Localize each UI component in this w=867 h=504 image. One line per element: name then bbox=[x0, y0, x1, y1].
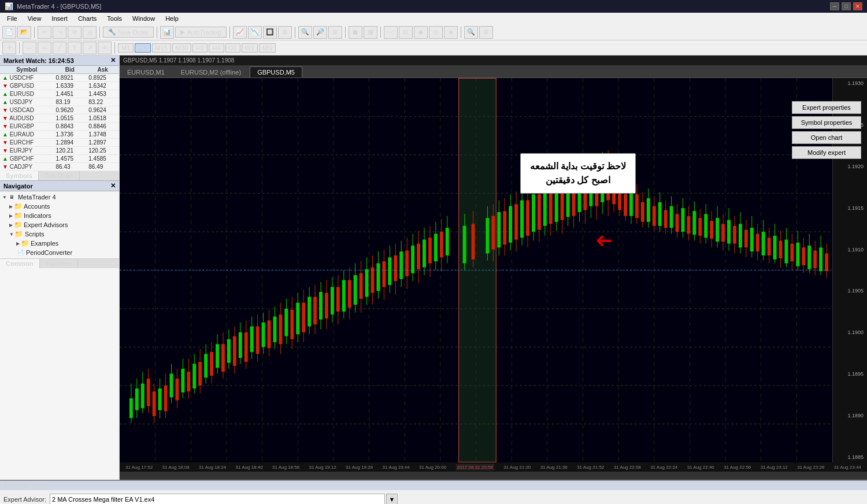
tb-indicator[interactable]: 〰 bbox=[384, 26, 398, 39]
chart-scrollbar[interactable] bbox=[120, 472, 867, 480]
tb-search[interactable]: 🔍 bbox=[464, 26, 478, 39]
ea-selector-container: ▼ bbox=[50, 494, 864, 504]
tb-misc2[interactable]: ◎ bbox=[429, 26, 443, 39]
svg-rect-152 bbox=[497, 212, 501, 247]
tf-h4[interactable]: H4 bbox=[209, 43, 224, 53]
ea-input[interactable] bbox=[50, 494, 385, 504]
nav-scripts[interactable]: ▼ 📁 Scripts bbox=[0, 229, 119, 239]
ea-label: Expert Advisor: bbox=[3, 496, 46, 503]
nav-metatrader4[interactable]: ▼ 🖥 MetaTrader 4 bbox=[0, 192, 119, 202]
nav-period-converter[interactable]: 📄 PeriodConverter bbox=[0, 248, 119, 257]
maximize-button[interactable]: □ bbox=[842, 2, 851, 10]
tb-hline[interactable]: ═ bbox=[38, 42, 51, 54]
tf-m15[interactable]: M15 bbox=[152, 43, 171, 53]
tf-h1[interactable]: H1 bbox=[192, 43, 208, 53]
mw-symbol: ▼ CADJPY bbox=[0, 163, 54, 171]
tb-zoom-in[interactable]: 🔍 bbox=[298, 26, 312, 39]
tb-print[interactable]: 🖨 bbox=[83, 26, 97, 39]
tf-w1[interactable]: W1 bbox=[242, 43, 258, 53]
svg-rect-100 bbox=[325, 293, 328, 318]
market-watch-row[interactable]: ▲ EURUSD 1.4451 1.4453 bbox=[0, 90, 119, 98]
tf-d1[interactable]: D1 bbox=[225, 43, 240, 53]
chart-tab-eurusd-m1[interactable]: EURUSD,M1 bbox=[120, 66, 172, 77]
tab-favorites[interactable]: Favorites bbox=[40, 259, 78, 268]
menu-help[interactable]: Help bbox=[161, 14, 183, 23]
tb-bar[interactable]: ▦ bbox=[364, 26, 377, 39]
mw-ask: 86.49 bbox=[86, 163, 119, 171]
left-panel: Market Watch: 16:24:53 ✕ Symbol Bid Ask … bbox=[0, 55, 120, 480]
y-axis-value: 1.1905 bbox=[834, 288, 866, 294]
navigator-close-icon[interactable]: ✕ bbox=[110, 182, 116, 190]
market-watch-row[interactable]: ▼ EURCHF 1.2894 1.2897 bbox=[0, 139, 119, 147]
tb-fib[interactable]: ≋ bbox=[98, 42, 112, 54]
market-watch-row[interactable]: ▲ USDCHF 0.8921 0.8925 bbox=[0, 74, 119, 82]
market-watch-row[interactable]: ▼ GBPUSD 1.6339 1.6342 bbox=[0, 82, 119, 90]
chart-canvas[interactable]: لاحظ توقيت بداية الشمعه اصبح كل دقيقتين … bbox=[120, 78, 832, 462]
tb-v4[interactable]: ⊞ bbox=[278, 26, 292, 39]
tf-mn[interactable]: MN bbox=[259, 43, 276, 53]
market-watch-row[interactable]: ▼ EURJPY 120.21 120.25 bbox=[0, 147, 119, 155]
tab-symbols[interactable]: Symbols bbox=[0, 171, 39, 180]
tb-arrow2[interactable]: ↪ bbox=[53, 26, 66, 39]
minimize-button[interactable]: ─ bbox=[830, 2, 839, 10]
tb-period-sep[interactable]: ⊟ bbox=[399, 26, 413, 39]
tb-v2[interactable]: 📉 bbox=[248, 26, 262, 39]
nav-expert-advisors[interactable]: ▶ 📁 Expert Advisors bbox=[0, 220, 119, 229]
tf-m1[interactable]: M1 bbox=[118, 43, 134, 53]
svg-rect-36 bbox=[141, 384, 144, 409]
tb-open[interactable]: 📂 bbox=[17, 26, 31, 39]
tb-chart1[interactable]: 📊 bbox=[160, 26, 174, 39]
menu-file[interactable]: File bbox=[2, 14, 22, 23]
y-axis-value: 1.1930 bbox=[834, 80, 866, 86]
tb-new[interactable]: 📄 bbox=[2, 26, 16, 39]
tb-misc[interactable]: ◉ bbox=[414, 26, 428, 39]
svg-rect-76 bbox=[256, 327, 260, 354]
tb-misc3[interactable]: ◈ bbox=[444, 26, 458, 39]
tb-candle[interactable]: ◼ bbox=[349, 26, 362, 39]
svg-rect-240 bbox=[750, 228, 754, 251]
tab-common[interactable]: Common bbox=[0, 259, 40, 268]
svg-rect-142 bbox=[446, 228, 449, 255]
mw-symbol: ▲ USDCHF bbox=[0, 74, 54, 82]
chart-title: GBPUSD,M5 1.1907 1.1908 1.1907 1.1908 bbox=[120, 55, 867, 65]
tb-trend[interactable]: ╱ bbox=[53, 42, 66, 54]
tf-m5[interactable]: M5 bbox=[135, 43, 150, 53]
market-watch-row[interactable]: ▲ EURAUD 1.3736 1.3748 bbox=[0, 131, 119, 139]
market-watch-row[interactable]: ▼ CADJPY 86.43 86.49 bbox=[0, 163, 119, 171]
tab-tick-chart[interactable]: Tick Chart bbox=[39, 171, 80, 180]
svg-rect-248 bbox=[773, 236, 777, 260]
tb-v3[interactable]: 🔲 bbox=[263, 26, 277, 39]
tb-settings[interactable]: ⚙ bbox=[479, 26, 493, 39]
market-watch-row[interactable]: ▲ GBPCHF 1.4575 1.4585 bbox=[0, 155, 119, 163]
market-watch-close-icon[interactable]: ✕ bbox=[110, 57, 116, 64]
close-button[interactable]: ✕ bbox=[853, 2, 862, 10]
svg-rect-218 bbox=[687, 216, 690, 234]
tb-arrow[interactable]: ↩ bbox=[38, 26, 51, 39]
ea-dropdown-btn[interactable]: ▼ bbox=[386, 494, 398, 504]
tb-line[interactable]: ─ bbox=[23, 42, 36, 54]
market-watch-row[interactable]: ▲ USDJPY 83.19 83.22 bbox=[0, 98, 119, 106]
tb-zoom-out[interactable]: 🔎 bbox=[313, 26, 327, 39]
tf-m30[interactable]: M30 bbox=[172, 43, 191, 53]
tb-v1[interactable]: 📈 bbox=[233, 26, 247, 39]
market-watch-row[interactable]: ▼ AUDUSD 1.0515 1.0518 bbox=[0, 114, 119, 123]
nav-examples[interactable]: ▶ 📁 Examples bbox=[0, 239, 119, 248]
new-order-button[interactable]: 🔧 New Order bbox=[103, 27, 154, 38]
tb-refresh[interactable]: ⟳ bbox=[68, 26, 81, 39]
nav-accounts[interactable]: ▶ 📁 Accounts bbox=[0, 202, 119, 211]
menu-tools[interactable]: Tools bbox=[102, 14, 127, 23]
tb-arrow-tool[interactable]: ↗ bbox=[83, 42, 97, 54]
menu-window[interactable]: Window bbox=[128, 14, 160, 23]
market-watch-row[interactable]: ▼ EURGBP 0.8843 0.8846 bbox=[0, 123, 119, 131]
chart-tab-eurusd-m2[interactable]: EURUSD,M2 (offline) bbox=[173, 66, 249, 77]
menu-insert[interactable]: Insert bbox=[47, 14, 72, 23]
autotrading-button[interactable]: ▶ AutoTrading bbox=[175, 27, 227, 38]
menu-view[interactable]: View bbox=[23, 14, 46, 23]
nav-indicators[interactable]: ▶ 📁 Indicators bbox=[0, 211, 119, 220]
menu-charts[interactable]: Charts bbox=[73, 14, 101, 23]
tb-text[interactable]: T bbox=[68, 42, 81, 54]
chart-tab-gbpusd-m5[interactable]: GBPUSD,M5 bbox=[250, 66, 302, 77]
market-watch-row[interactable]: ▼ USDCAD 0.9620 0.9624 bbox=[0, 106, 119, 114]
tb-fit[interactable]: ⊞ bbox=[328, 26, 342, 39]
tb-crosshair[interactable]: ✛ bbox=[2, 42, 16, 54]
